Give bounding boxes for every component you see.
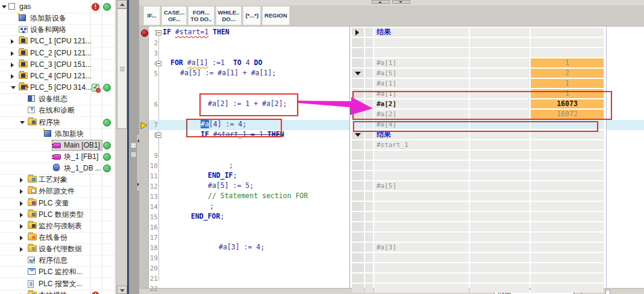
code-line-row[interactable]: 17: [139, 233, 349, 243]
fold-toggle-icon[interactable]: [156, 133, 161, 138]
splitter-up-button[interactable]: [372, 0, 390, 4]
code-line-row[interactable]: 5#a[5] := #a[1] + #a[1];: [139, 69, 349, 79]
project-icon: [8, 3, 15, 10]
code-line-row[interactable]: 22: [139, 284, 349, 294]
expand-toggle-icon[interactable]: [355, 72, 361, 75]
monitor-cell: [352, 192, 364, 201]
code-line-row[interactable]: 20: [139, 263, 349, 274]
code-line-row[interactable]: 7#a[4] := 4;: [139, 120, 349, 130]
code-line-row[interactable]: 6#a[2] := 1 + #a[2];: [139, 99, 349, 110]
expand-toggle-icon[interactable]: [355, 30, 359, 36]
code-line-row[interactable]: 9: [139, 151, 349, 161]
monitor-cell: [352, 99, 364, 108]
scroll-up-button[interactable]: [117, 0, 127, 8]
fold-toggle-icon[interactable]: [156, 61, 161, 66]
monitor-value-cell: [531, 202, 604, 211]
monitor-cell: [365, 79, 373, 88]
monitor-cell: #a[1]: [374, 79, 469, 88]
monitor-cell: [374, 274, 469, 283]
monitor-cell: [470, 140, 530, 149]
monitor-cell: [374, 284, 469, 293]
code-line-row[interactable]: 12#a[5] := 5;: [139, 181, 349, 192]
monitor-cell: [470, 89, 530, 98]
monitor-cell: [374, 253, 469, 262]
monitor-cell: [470, 58, 530, 67]
toolbar-button-for-to-do[interactable]: FOR...TO DO..: [188, 6, 214, 25]
monitor-cell: [352, 151, 364, 160]
code-line-row[interactable]: 11END_IF;: [139, 171, 349, 181]
code-text: FOR #a[1] :=1 TO 4 DO: [170, 58, 262, 67]
expand-toggle-icon[interactable]: [355, 102, 361, 106]
monitor-name: 结果: [377, 130, 391, 139]
toolbar-button-region[interactable]: REGION: [262, 6, 289, 25]
splitter-down-button[interactable]: [392, 0, 410, 4]
code-line-row[interactable]: 16: [139, 222, 349, 233]
monitor-cell: [374, 171, 469, 180]
code-line-row[interactable]: [139, 89, 349, 99]
monitor-value: 16073: [531, 99, 604, 108]
monitor-name: #a[5]: [377, 181, 396, 190]
monitor-value-cell: 2: [531, 69, 604, 78]
monitor-cell: [365, 151, 373, 160]
monitor-cell: [365, 233, 373, 242]
monitor-value-cell: [531, 151, 604, 160]
code-line-row[interactable]: 18#a[3] := 4;: [139, 243, 349, 253]
monitor-name: #a[2]: [377, 99, 396, 108]
code-line-row[interactable]: [139, 140, 349, 151]
monitor-cell: [374, 233, 469, 242]
code-line-row[interactable]: 19: [139, 253, 349, 263]
monitor-cell: [352, 69, 364, 78]
code-line-row[interactable]: 8IF #start_1 = 1 THEN: [139, 130, 349, 140]
toolbar-button-if[interactable]: IF...: [143, 6, 160, 25]
monitor-cell: [470, 243, 530, 252]
monitor-cell: [374, 151, 469, 160]
monitor-value-cell: [531, 263, 604, 272]
monitor-cell: [365, 243, 373, 252]
monitor-cell: [365, 38, 373, 47]
code-line-row[interactable]: 13// Statement section FOR: [139, 192, 349, 202]
monitor-cell: [470, 151, 530, 160]
monitor-value-cell: 16073: [531, 99, 604, 108]
code-line-row[interactable]: 1IF #start=1 THEN: [139, 28, 349, 38]
monitor-value-cell: [531, 243, 604, 252]
expand-toggle-icon[interactable]: [355, 133, 361, 137]
monitor-cell: [470, 171, 530, 180]
monitor-cell: [365, 161, 373, 170]
code-line-row[interactable]: 3: [139, 48, 349, 58]
code-line-row[interactable]: 21: [139, 274, 349, 284]
monitor-cell: #a[2]: [374, 99, 469, 108]
tree-item-label: gas: [19, 1, 31, 13]
line-number: 9: [142, 151, 160, 161]
code-line-row[interactable]: 15END_FOR;: [139, 212, 349, 222]
line-number: 10: [142, 161, 160, 171]
code-line-row[interactable]: 10;: [139, 161, 349, 171]
monitor-value-cell: 1: [531, 79, 604, 88]
monitor-value-cell: [531, 161, 604, 170]
line-number: 16: [142, 222, 160, 233]
line-number: 15: [142, 212, 160, 222]
code-line-row[interactable]: [139, 110, 349, 120]
monitor-cell: #a[1]: [374, 58, 469, 67]
line-number: 20: [142, 263, 160, 274]
monitor-cell: [365, 181, 373, 190]
code-line-row[interactable]: 2: [139, 38, 349, 48]
code-text: END_FOR;: [191, 212, 224, 220]
chevron-down-icon[interactable]: [2, 5, 7, 8]
monitor-cell: [352, 161, 364, 170]
monitor-cell: [374, 48, 469, 57]
monitor-value-cell: 1: [531, 89, 604, 98]
toolbar-button-comment[interactable]: (*...*): [243, 6, 261, 25]
code-line-row[interactable]: 4FOR #a[1] :=1 TO 4 DO: [139, 58, 349, 69]
toolbar-button-while-do[interactable]: WHILE..DO...: [216, 6, 242, 25]
monitor-value-cell: [531, 130, 604, 139]
monitor-cell: [365, 28, 373, 37]
code-line-row[interactable]: 14;: [139, 202, 349, 212]
monitor-cell: [352, 171, 364, 180]
line-number: 17: [142, 233, 160, 243]
code-line-row[interactable]: [139, 79, 349, 89]
tree-item-1[interactable]: 添加新设备: [0, 13, 116, 25]
monitor-cell: 结果: [374, 28, 469, 37]
line-number: 5: [142, 69, 160, 79]
toolbar-button-case-of[interactable]: CASE...OF...: [161, 6, 187, 25]
fold-toggle-icon[interactable]: [156, 30, 161, 36]
